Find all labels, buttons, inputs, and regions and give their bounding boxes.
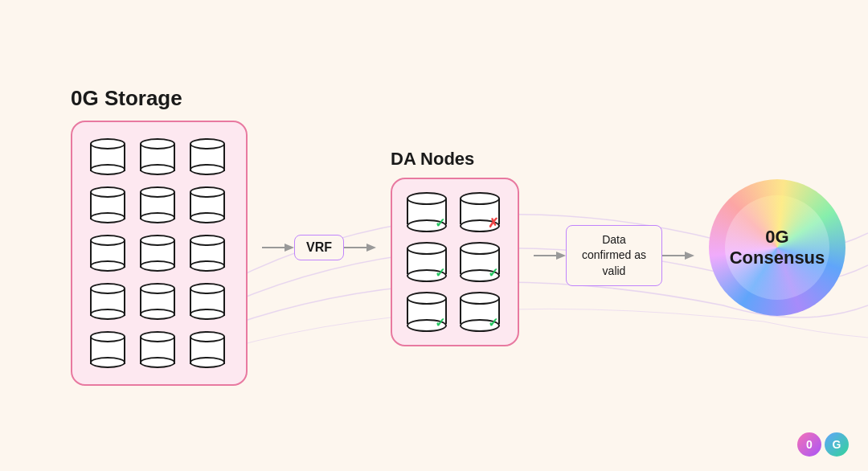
svg-marker-7: [685, 252, 694, 260]
storage-cylinder-10: [90, 283, 125, 320]
da-node-2-status: ✗: [488, 215, 498, 231]
da-node-1-status: ✓: [435, 215, 445, 231]
storage-cylinder-14: [140, 331, 175, 368]
arrow-confirmed-consensus: [662, 248, 694, 264]
storage-cylinder-12: [190, 283, 225, 320]
logo-c2-text: G: [833, 438, 841, 451]
arrow-storage-vrf: [262, 240, 294, 256]
consensus-inner: 0G Consensus: [725, 195, 829, 300]
storage-cylinder-8: [140, 235, 175, 272]
da-node-5-status: ✓: [435, 315, 445, 330]
da-title: DA Nodes: [391, 149, 474, 170]
da-node-2: ✗: [460, 192, 500, 232]
svg-marker-3: [366, 244, 376, 252]
svg-marker-1: [285, 244, 294, 252]
vrf-box: VRF: [294, 235, 344, 260]
storage-cylinder-5: [140, 186, 175, 223]
storage-box: [71, 121, 248, 386]
logo-circle-2: G: [825, 432, 849, 457]
storage-to-vrf-flow: VRF: [262, 235, 376, 260]
consensus-text: 0G Consensus: [730, 227, 825, 269]
da-box: ✓ ✗ ✓ ✓: [391, 178, 519, 346]
da-node-5: ✓: [407, 292, 447, 332]
da-node-3: ✓: [407, 242, 447, 282]
logo-c1-text: 0: [806, 438, 813, 451]
arrow-vrf-da: [344, 240, 376, 256]
storage-cylinder-7: [90, 235, 125, 272]
da-node-4-status: ✓: [488, 265, 498, 281]
storage-cylinder-9: [190, 235, 225, 272]
diagram-container: 0G Storage: [0, 0, 868, 471]
storage-section: 0G Storage: [71, 86, 248, 386]
arrow-da-confirmed: [534, 248, 566, 264]
consensus-line1: 0G: [730, 227, 825, 248]
storage-cylinder-15: [190, 331, 225, 368]
storage-cylinder-3: [190, 138, 225, 175]
storage-title: 0G Storage: [71, 86, 182, 111]
storage-cylinder-2: [140, 138, 175, 175]
da-node-3-status: ✓: [435, 265, 445, 281]
storage-cylinder-4: [90, 186, 125, 223]
da-node-6: ✓: [460, 292, 500, 332]
svg-marker-5: [556, 252, 566, 260]
logo-circle-1: 0: [797, 432, 821, 457]
logo-badge: 0 G: [797, 432, 849, 457]
storage-cylinder-11: [140, 283, 175, 320]
consensus-circle: 0G Consensus: [709, 179, 845, 316]
consensus-line2: Consensus: [730, 248, 825, 268]
confirmed-label: Data confirmed as valid: [582, 233, 646, 277]
storage-cylinder-1: [90, 138, 125, 175]
storage-cylinder-13: [90, 331, 125, 368]
da-node-1: ✓: [407, 192, 447, 232]
da-node-6-status: ✓: [488, 315, 498, 330]
da-to-confirmed-flow: Data confirmed as valid: [534, 225, 694, 287]
confirmed-box: Data confirmed as valid: [566, 225, 662, 287]
vrf-label: VRF: [306, 240, 332, 254]
storage-cylinder-6: [190, 186, 225, 223]
da-section: DA Nodes ✓ ✗ ✓: [391, 149, 519, 346]
da-node-4: ✓: [460, 242, 500, 282]
